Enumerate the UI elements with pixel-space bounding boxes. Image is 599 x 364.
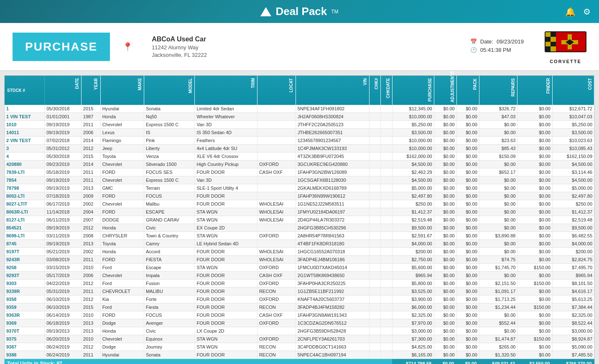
table-row[interactable]: 874509/19/20192013ToyotaCamryLE Hybrid S…: [5, 240, 594, 248]
cell-data: [369, 129, 380, 137]
cell-data: Toyota: [100, 153, 144, 160]
cell-data: [369, 240, 380, 248]
cell-data: Jeep: [100, 145, 144, 153]
table-row[interactable]: 8002-LTI07/18/20192009FORDFOCUSFOUR DOOR…: [5, 192, 594, 200]
table-row[interactable]: 8063R-LTI11/14/20182004FORDESCAPESTA WGN…: [5, 208, 594, 216]
cell-data: Flamingo: [100, 137, 144, 145]
cell-data: Impala: [144, 272, 195, 280]
table-row[interactable]: 7839-LTI05/18/20192011FORDFOCUS SESFOUR …: [5, 168, 594, 176]
cell-num: $0.00: [456, 113, 479, 121]
table-row[interactable]: 935806/10/20192012KiaForteFOUR DOOROXFOR…: [5, 295, 594, 303]
table-row[interactable]: 8127-LTI06/11/20192007DODGEGRAND CARAVST…: [5, 216, 594, 224]
table-row[interactable]: 42088009/23/20192014ChevroletSilverado 1…: [5, 160, 594, 168]
cell-data: [381, 129, 392, 137]
cell-num: $150.09: [479, 153, 517, 160]
cell-data: 1G1ZB5E11BF211992: [296, 288, 369, 295]
cell-data: 2G1WT58K869438650: [296, 272, 369, 280]
table-row[interactable]: 105/30/20182015HyundaiSonataLimited 4dr …: [5, 105, 594, 113]
table-row[interactable]: 305/31/20122012JeepLiberty4x4 Latitude 4…: [5, 145, 594, 153]
cell-data: 09/19/2019: [45, 224, 82, 232]
gear-icon[interactable]: ⚙: [583, 7, 591, 17]
cell-num: $8,522.44: [552, 319, 594, 327]
cell-num: $0.00: [456, 240, 479, 248]
cell-stock: 9258: [5, 264, 45, 272]
table-row[interactable]: 937506/20/20192010ChevroletEquinoxSTA WG…: [5, 335, 594, 343]
cell-data: [381, 145, 392, 153]
table-row[interactable]: 938706/24/20192012DodgeJourneySTA WGNREC…: [5, 343, 594, 351]
cell-data: FORD: [100, 256, 144, 264]
bell-icon[interactable]: 🔔: [565, 7, 576, 17]
table-row[interactable]: 936906/18/20192013DodgeAvengerFOUR DOORO…: [5, 319, 594, 327]
cell-num: $0.00: [456, 327, 479, 335]
cell-data: [369, 121, 380, 129]
cell-data: Dodge: [100, 319, 144, 327]
table-row[interactable]: 101009/19/20192011ChevroletExpress 1500 …: [5, 121, 594, 129]
cell-data: MALIBU: [144, 288, 195, 295]
cell-num: $0.00: [517, 248, 552, 256]
cell-data: 05/30/2018: [45, 153, 82, 160]
cell-num: $5,250.00: [552, 121, 594, 129]
cell-data: 4x4 Latitude 4dr SU: [195, 145, 257, 153]
table-row[interactable]: 405/30/20182015ToyotaVenzaXLE V6 4dr Cro…: [5, 153, 594, 160]
table-row[interactable]: 8027-LTIT06/17/20192002ChevroletMalibuFO…: [5, 200, 594, 208]
cell-num: $2,519.48: [552, 216, 594, 224]
cell-num: $2,325.00: [552, 311, 594, 319]
table-row[interactable]: 1401109/19/20192006LexusISIS 350 Sedan 4…: [5, 129, 594, 137]
cell-num: $10,000.00: [392, 145, 434, 153]
cell-num: $0.00: [456, 145, 479, 153]
cell-data: GMC: [100, 184, 144, 192]
table-row[interactable]: 785409/19/20192011ChevroletExpress 1500 …: [5, 176, 594, 184]
cell-num: $0.00: [517, 113, 552, 121]
table-row[interactable]: 7879809/19/20192013GMCTerrainSLE-1 Sport…: [5, 184, 594, 192]
cell-data: [369, 319, 380, 327]
cell-data: Feathers: [195, 137, 257, 145]
cell-data: Chevrolet: [100, 200, 144, 208]
table-row[interactable]: 930304/22/20192012FordFusionFOUR DOOROXF…: [5, 280, 594, 288]
cell-data: 2002: [81, 200, 100, 208]
table-row[interactable]: 2 VIN TEST07/02/20182014FlamingoPinkFeat…: [5, 137, 594, 145]
purchase-label: PURCHASE: [25, 40, 97, 53]
cell-data: 2012: [81, 280, 100, 288]
cell-data: 2013: [81, 184, 100, 192]
cell-data: 05/17/2019: [45, 272, 82, 280]
table-row[interactable]: 9293T05/17/20192006ChevroletImpalaFOUR D…: [5, 272, 594, 280]
cell-stock: 78798: [5, 184, 45, 192]
cell-num: $0.00: [479, 192, 517, 200]
cell-data: 12345678901234567: [296, 137, 369, 145]
cell-data: 05/30/2018: [45, 105, 82, 113]
table-row[interactable]: 1 VIN TEST01/01/20011987HondaNq50Wheeler…: [5, 113, 594, 121]
cell-data: [369, 176, 380, 184]
cell-data: [381, 160, 392, 168]
cell-data: [369, 216, 380, 224]
table-row[interactable]: 938806/24/20192011HyundaiSonataFOUR DOOR…: [5, 351, 594, 359]
cell-data: [381, 343, 392, 351]
col-make: MAKE: [100, 76, 144, 105]
cell-data: 2008: [81, 232, 100, 240]
cell-data: Honda: [100, 327, 144, 335]
cell-data: 06/10/2019: [45, 303, 82, 311]
table-row[interactable]: 9197T05/21/20192002HondaAccordFOUR DOORW…: [5, 248, 594, 256]
cell-data: [257, 153, 296, 160]
cell-data: [369, 343, 380, 351]
cell-data: [369, 113, 380, 121]
table-row[interactable]: 85452109/19/20192012HondaCivicEX Coupe 2…: [5, 224, 594, 232]
table-row[interactable]: 935906/10/20192015FordFiestaFOUR DOORREC…: [5, 303, 594, 311]
table-row[interactable]: 9370T09/19/20132013HondaCivicLX Coupe 2D…: [5, 327, 594, 335]
cell-stock: 9363R: [5, 311, 45, 319]
table-row[interactable]: 9363R06/14/20192010FORDFOCUSFOUR DOORCAS…: [5, 311, 594, 319]
cell-data: FOUR DOOR: [195, 319, 257, 327]
cell-data: Equinox: [144, 335, 195, 343]
col-stock: STOCK #: [5, 76, 45, 105]
table-row[interactable]: 9339R05/31/20192011CHEVROLETMALIBUFOUR D…: [5, 288, 594, 295]
cell-data: WHOLESAI: [257, 256, 296, 264]
cell-data: SLE-1 Sport Utility 4: [195, 184, 257, 192]
cell-data: RECON: [257, 288, 296, 295]
table-row[interactable]: 925803/15/20192010FordEscapeSTA WGNOXFOR…: [5, 264, 594, 272]
table-row[interactable]: 9243R03/08/20192011FORDFIESTAFOUR DOORWH…: [5, 256, 594, 264]
cell-num: $0.00: [434, 200, 456, 208]
cell-num: $0.00: [456, 295, 479, 303]
cell-data: 1FAHP36N99W190612: [296, 192, 369, 200]
table-row[interactable]: 8699-LTI03/11/20192008CHRYSLERTown & Cou…: [5, 232, 594, 240]
cell-data: Fiesta: [144, 303, 195, 311]
cell-num: $0.00: [434, 145, 456, 153]
